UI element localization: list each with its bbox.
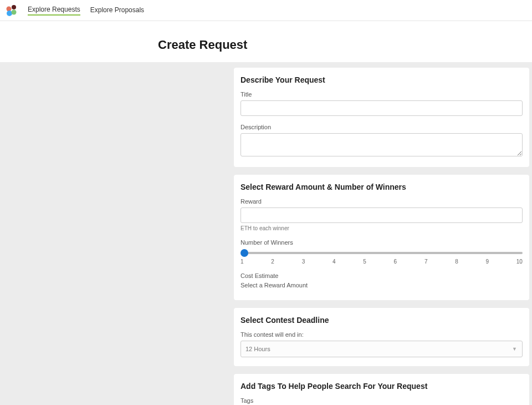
- tick-label: 10: [516, 259, 523, 265]
- field-cost-estimate: Cost Estimate Select a Reward Amount: [241, 272, 523, 288]
- logo-icon: [6, 4, 18, 17]
- card-reward: Select Reward Amount & Number of Winners…: [234, 175, 529, 300]
- card-deadline: Select Contest Deadline This contest wil…: [234, 308, 529, 366]
- deadline-sublabel: This contest will end in:: [241, 331, 523, 338]
- field-deadline: This contest will end in: 12 Hours ▼: [241, 331, 523, 357]
- tick-label: 3: [302, 259, 305, 265]
- reward-heading: Select Reward Amount & Number of Winners: [241, 183, 523, 191]
- slider-ticks: 1 2 3 4 5 6 7 8 9 10: [241, 259, 523, 265]
- winners-label: Number of Winners: [241, 239, 523, 246]
- tags-label: Tags: [241, 397, 523, 404]
- field-title: Title: [241, 91, 523, 116]
- field-reward: Reward ETH to each winner: [241, 198, 523, 231]
- card-describe: Describe Your Request Title Description: [234, 68, 529, 167]
- tick-label: 8: [455, 259, 458, 265]
- tick-label: 2: [271, 259, 274, 265]
- describe-heading: Describe Your Request: [241, 75, 523, 84]
- slider-track: [241, 252, 523, 254]
- tick-label: 1: [241, 259, 244, 265]
- nav-explore-proposals[interactable]: Explore Proposals: [90, 6, 144, 15]
- deadline-heading: Select Contest Deadline: [241, 316, 523, 325]
- reward-label: Reward: [241, 198, 523, 205]
- field-winners: Number of Winners 1 2 3 4 5 6 7 8 9 10: [241, 239, 523, 265]
- slider-thumb[interactable]: [241, 249, 248, 257]
- nav-explore-requests[interactable]: Explore Requests: [28, 6, 80, 16]
- tick-label: 5: [363, 259, 366, 265]
- page-title-section: Create Request: [0, 21, 532, 62]
- title-label: Title: [241, 91, 523, 98]
- deadline-select[interactable]: 12 Hours: [241, 341, 523, 357]
- cost-estimate-label: Cost Estimate: [241, 272, 523, 279]
- reward-input[interactable]: [241, 207, 523, 223]
- svg-point-0: [12, 5, 16, 9]
- field-description: Description: [241, 124, 523, 158]
- tick-label: 4: [332, 259, 336, 265]
- cost-estimate-helper: Select a Reward Amount: [241, 282, 523, 288]
- topbar: Explore Requests Explore Proposals: [0, 0, 532, 21]
- card-tags: Add Tags To Help People Search For Your …: [234, 374, 529, 405]
- page-title: Create Request: [158, 38, 532, 52]
- tags-heading: Add Tags To Help People Search For Your …: [241, 382, 523, 391]
- svg-point-3: [12, 9, 17, 14]
- description-label: Description: [241, 124, 523, 130]
- title-input[interactable]: [241, 100, 523, 116]
- description-input[interactable]: [241, 133, 523, 156]
- svg-point-2: [7, 11, 12, 16]
- reward-helper: ETH to each winner: [241, 225, 523, 231]
- main-area: Describe Your Request Title Description …: [0, 62, 532, 405]
- tick-label: 6: [394, 259, 397, 265]
- tick-label: 9: [486, 259, 489, 265]
- winners-slider[interactable]: 1 2 3 4 5 6 7 8 9 10: [241, 249, 523, 265]
- tick-label: 7: [424, 259, 428, 265]
